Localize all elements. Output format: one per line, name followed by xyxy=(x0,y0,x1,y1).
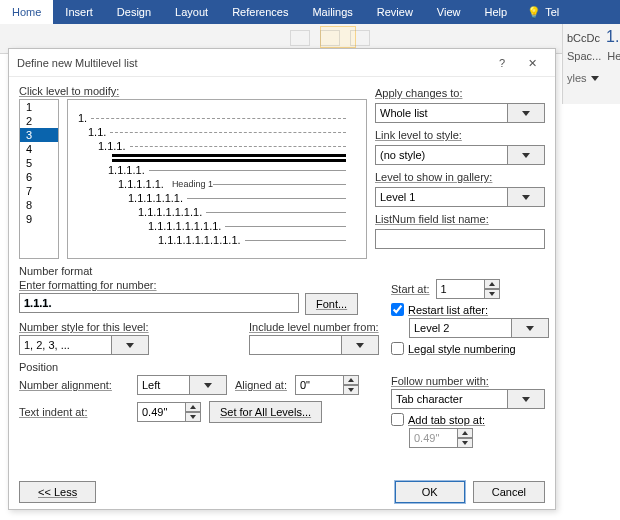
position-heading: Position xyxy=(19,361,545,373)
numbering-icon xyxy=(320,30,340,46)
enter-formatting-label: Enter formatting for number: xyxy=(19,279,379,291)
include-level-combo[interactable] xyxy=(249,335,379,355)
show-gallery-combo[interactable]: Level 1 xyxy=(375,187,545,207)
dialog-title: Define new Multilevel list xyxy=(17,57,137,69)
chevron-down-icon xyxy=(522,195,530,200)
add-tab-stop-spinner[interactable] xyxy=(409,428,545,448)
level-item-5[interactable]: 5 xyxy=(20,156,58,170)
dialog-help-button[interactable]: ? xyxy=(487,49,517,77)
styles-gallery-fragment: bCcDc 1. Spac... He yles xyxy=(562,24,620,104)
aligned-at-spinner[interactable] xyxy=(295,375,359,395)
level-list[interactable]: 123456789 xyxy=(19,99,59,259)
link-level-label: Link level to style: xyxy=(375,129,545,141)
follow-number-combo[interactable]: Tab character xyxy=(391,389,545,409)
define-multilevel-list-dialog: Define new Multilevel list ? ✕ Click lev… xyxy=(8,48,556,510)
level-item-1[interactable]: 1 xyxy=(20,100,58,114)
listnum-input[interactable] xyxy=(375,229,545,249)
preview-row: 1.1.1.1.1.Heading 1 xyxy=(118,178,346,190)
ribbon-tabs: HomeInsertDesignLayoutReferencesMailings… xyxy=(0,0,620,24)
level-item-3[interactable]: 3 xyxy=(20,128,58,142)
ribbon-tab-help[interactable]: Help xyxy=(473,0,520,24)
start-at-label: Start at: xyxy=(391,283,430,295)
apply-changes-combo[interactable]: Whole list xyxy=(375,103,545,123)
ribbon-tab-layout[interactable]: Layout xyxy=(163,0,220,24)
enter-formatting-input[interactable] xyxy=(19,293,299,313)
text-indent-label: Text indent at: xyxy=(19,406,129,418)
ribbon-tab-view[interactable]: View xyxy=(425,0,473,24)
chevron-down-icon xyxy=(522,153,530,158)
legal-style-checkbox[interactable]: Legal style numbering xyxy=(391,342,549,355)
list-preview: 1.1.1.1.1.1.1.1.1.1.1.1.1.1.1.Heading 11… xyxy=(67,99,367,259)
preview-row xyxy=(108,159,346,162)
chevron-down-icon xyxy=(522,111,530,116)
preview-row xyxy=(108,154,346,157)
show-gallery-label: Level to show in gallery: xyxy=(375,171,545,183)
listnum-label: ListNum field list name: xyxy=(375,213,545,225)
chevron-down-icon xyxy=(591,76,599,81)
set-for-all-levels-button[interactable]: Set for All Levels... xyxy=(209,401,322,423)
dialog-titlebar: Define new Multilevel list ? ✕ xyxy=(9,49,555,77)
cancel-button[interactable]: Cancel xyxy=(473,481,545,503)
preview-row: 1. xyxy=(78,112,346,124)
preview-row: 1.1.1.1.1.1.1. xyxy=(138,206,346,218)
lightbulb-icon: 💡 xyxy=(527,6,541,19)
chevron-down-icon xyxy=(522,397,530,402)
text-indent-spinner[interactable] xyxy=(137,402,201,422)
level-item-4[interactable]: 4 xyxy=(20,142,58,156)
number-style-combo[interactable]: 1, 2, 3, ... xyxy=(19,335,149,355)
level-item-7[interactable]: 7 xyxy=(20,184,58,198)
start-at-spinner[interactable] xyxy=(436,279,500,299)
number-alignment-combo[interactable]: Left xyxy=(137,375,227,395)
chevron-down-icon xyxy=(526,326,534,331)
tell-me[interactable]: 💡Tel xyxy=(519,0,567,24)
style-sample: bCcDc xyxy=(567,32,600,44)
restart-list-checkbox[interactable]: Restart list after: xyxy=(391,303,549,316)
preview-row: 1.1. xyxy=(88,126,346,138)
ribbon-tab-references[interactable]: References xyxy=(220,0,300,24)
styles-dropdown[interactable]: yles xyxy=(567,72,616,84)
dialog-close-button[interactable]: ✕ xyxy=(517,49,547,77)
font-button[interactable]: Font... xyxy=(305,293,358,315)
level-item-2[interactable]: 2 xyxy=(20,114,58,128)
level-item-6[interactable]: 6 xyxy=(20,170,58,184)
preview-row: 1.1.1.1.1.1. xyxy=(128,192,346,204)
ok-button[interactable]: OK xyxy=(395,481,465,503)
ribbon-tab-insert[interactable]: Insert xyxy=(53,0,105,24)
number-format-heading: Number format xyxy=(19,265,545,277)
preview-row: 1.1.1.1.1.1.1.1.1. xyxy=(158,234,346,246)
chevron-down-icon xyxy=(126,343,134,348)
ribbon-tab-design[interactable]: Design xyxy=(105,0,163,24)
preview-row: 1.1.1. xyxy=(98,140,346,152)
multilevel-icon xyxy=(350,30,370,46)
ribbon-tab-review[interactable]: Review xyxy=(365,0,425,24)
ribbon-tab-mailings[interactable]: Mailings xyxy=(300,0,364,24)
link-level-combo[interactable]: (no style) xyxy=(375,145,545,165)
chevron-down-icon xyxy=(204,383,212,388)
ribbon-tab-home[interactable]: Home xyxy=(0,0,53,24)
apply-changes-label: Apply changes to: xyxy=(375,87,545,99)
add-tab-stop-checkbox[interactable]: Add tab stop at: xyxy=(391,413,545,426)
level-item-8[interactable]: 8 xyxy=(20,198,58,212)
level-item-9[interactable]: 9 xyxy=(20,212,58,226)
restart-level-combo[interactable]: Level 2 xyxy=(409,318,549,338)
number-alignment-label: Number alignment: xyxy=(19,379,129,391)
include-level-label: Include level number from: xyxy=(249,321,379,333)
less-button[interactable]: << Less xyxy=(19,481,96,503)
style-num-sample: 1. xyxy=(606,28,619,46)
number-style-label: Number style for this level: xyxy=(19,321,235,333)
chevron-down-icon xyxy=(356,343,364,348)
preview-row: 1.1.1.1. xyxy=(108,164,346,176)
aligned-at-label: Aligned at: xyxy=(235,379,287,391)
bullets-icon xyxy=(290,30,310,46)
follow-number-label: Follow number with: xyxy=(391,375,545,387)
preview-row: 1.1.1.1.1.1.1.1. xyxy=(148,220,346,232)
